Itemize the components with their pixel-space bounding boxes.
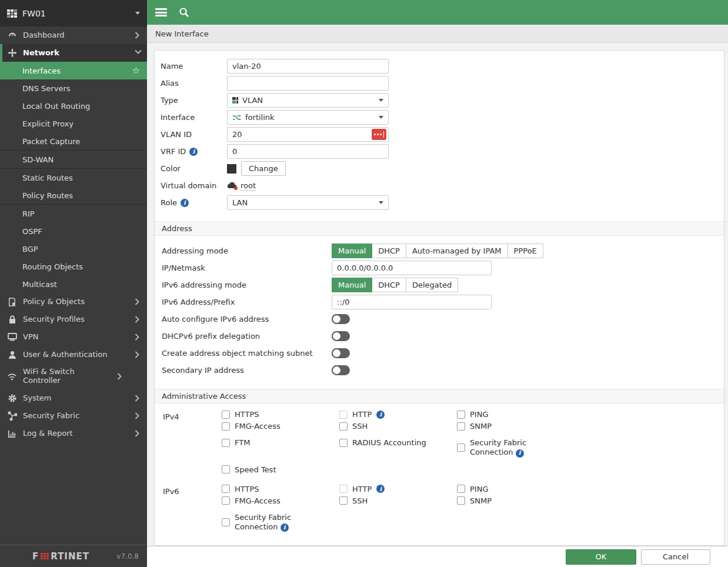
ellipsis-badge-icon <box>372 129 386 140</box>
checkbox-icon[interactable] <box>339 411 348 419</box>
sidebar-item-ospf[interactable]: OSPF <box>0 222 147 240</box>
label-text: Role <box>161 198 177 207</box>
checkbox-icon[interactable] <box>222 411 230 419</box>
create-address-object-toggle[interactable] <box>332 348 350 358</box>
checkbox-http-v6[interactable]: HTTPi <box>339 485 457 493</box>
checkbox-icon[interactable] <box>222 518 230 526</box>
info-icon[interactable]: i <box>280 523 289 532</box>
sidebar-item-dashboard[interactable]: Dashboard <box>0 26 147 44</box>
checkbox-icon[interactable] <box>457 485 465 493</box>
checkbox-ping[interactable]: PING <box>457 410 592 419</box>
checkbox-snmp[interactable]: SNMP <box>457 422 592 431</box>
checkbox-http[interactable]: HTTPi <box>339 410 457 419</box>
checkbox-https-v6[interactable]: HTTPS <box>222 485 339 493</box>
checkbox-fmg-access-v6[interactable]: FMG-Access <box>222 496 339 505</box>
sidebar-item-policy-objects[interactable]: Policy & Objects <box>0 293 147 311</box>
secondary-ip-toggle[interactable] <box>332 365 350 375</box>
segment-ipam[interactable]: Auto-managed by IPAM <box>406 244 508 258</box>
sidebar-item-rip[interactable]: RIP <box>0 205 147 222</box>
sidebar-item-security-profiles[interactable]: Security Profiles <box>0 311 147 328</box>
sidebar-item-dns-servers[interactable]: DNS Servers <box>0 79 147 97</box>
sidebar-item-static-routes[interactable]: Static Routes <box>0 169 147 186</box>
checkbox-https[interactable]: HTTPS <box>222 410 339 419</box>
checkbox-icon[interactable] <box>339 485 348 493</box>
checkbox-snmp-v6[interactable]: SNMP <box>457 496 592 505</box>
segment-ipv6-delegated[interactable]: Delegated <box>406 278 458 292</box>
search-icon[interactable] <box>179 7 189 18</box>
name-input[interactable] <box>227 59 389 74</box>
ip-netmask-input[interactable] <box>332 261 492 275</box>
checkbox-icon[interactable] <box>222 422 230 431</box>
alias-input[interactable] <box>227 76 389 91</box>
checkbox-icon[interactable] <box>457 443 465 452</box>
form-row-name: Name <box>155 58 724 75</box>
vlan-id-input[interactable] <box>227 127 389 142</box>
checkbox-security-fabric-connection[interactable]: Security Fabric Connection i <box>457 433 592 458</box>
sidebar-item-bgp[interactable]: BGP <box>0 240 147 258</box>
cancel-button[interactable]: Cancel <box>641 549 710 565</box>
checkbox-speed-test[interactable]: Speed Test <box>222 461 339 474</box>
info-icon[interactable]: i <box>181 199 189 207</box>
info-icon[interactable]: i <box>516 449 524 458</box>
star-icon[interactable]: ☆ <box>132 65 140 76</box>
interface-select[interactable]: fortilink <box>227 110 389 125</box>
sidebar-item-system[interactable]: System <box>0 389 147 407</box>
auto-configure-ipv6-toggle[interactable] <box>332 314 350 324</box>
checkbox-icon[interactable] <box>222 439 230 447</box>
checkbox-icon[interactable] <box>339 422 348 431</box>
checkbox-ssh-v6[interactable]: SSH <box>339 496 457 505</box>
checkbox-fmg-access[interactable]: FMG-Access <box>222 422 339 431</box>
vrf-id-input[interactable] <box>227 144 389 159</box>
checkbox-icon[interactable] <box>222 485 230 493</box>
sidebar-item-packet-capture[interactable]: Packet Capture <box>0 132 147 150</box>
checkbox-icon[interactable] <box>457 496 465 505</box>
checkbox-icon[interactable] <box>222 496 230 505</box>
checkbox-ping-v6[interactable]: PING <box>457 485 592 493</box>
sidebar-item-sd-wan[interactable]: SD-WAN <box>0 151 147 168</box>
role-select[interactable]: LAN <box>227 195 389 210</box>
cloud-icon <box>227 181 238 190</box>
segment-dhcp[interactable]: DHCP <box>372 244 406 258</box>
info-icon[interactable]: i <box>189 148 198 156</box>
sidebar-item-log-report[interactable]: Log & Report <box>0 425 147 442</box>
checkbox-ssh[interactable]: SSH <box>339 422 457 431</box>
checkbox-icon[interactable] <box>457 411 465 419</box>
dhcpv6-prefix-delegation-toggle[interactable] <box>332 331 350 341</box>
checkbox-icon[interactable] <box>339 439 348 447</box>
sidebar-item-multicast[interactable]: Multicast <box>0 275 147 293</box>
vdom-root-link[interactable]: root <box>241 181 256 191</box>
sidebar-item-wifi-switch-controller[interactable]: WiFi & Switch Controller <box>0 363 147 389</box>
sidebar-item-local-out-routing[interactable]: Local Out Routing <box>0 97 147 115</box>
segment-ipv6-manual[interactable]: Manual <box>332 278 372 292</box>
sidebar-item-explicit-proxy[interactable]: Explicit Proxy <box>0 115 147 132</box>
ipv6-address-label: IPv6 Address/Prefix <box>162 298 332 306</box>
sidebar-item-vpn[interactable]: VPN <box>0 328 147 346</box>
segment-pppoe[interactable]: PPPoE <box>507 244 543 258</box>
checkbox-ftm[interactable]: FTM <box>222 433 339 447</box>
type-select[interactable]: VLAN <box>227 93 389 108</box>
ipv6-address-input[interactable] <box>332 295 492 309</box>
checkbox-security-fabric-connection-v6[interactable]: Security Fabric Connection i <box>222 508 339 532</box>
sidebar-item-interfaces[interactable]: Interfaces ☆ <box>0 62 147 79</box>
segment-manual[interactable]: Manual <box>332 244 372 258</box>
brand-text: RTINET <box>51 551 89 562</box>
checkbox-icon[interactable] <box>339 496 348 505</box>
sidebar-item-network[interactable]: Network <box>0 44 147 62</box>
sidebar-item-policy-routes[interactable]: Policy Routes <box>0 186 147 204</box>
checkbox-radius-accounting[interactable]: RADIUS Accounting <box>339 433 457 447</box>
info-icon[interactable]: i <box>376 411 385 419</box>
ok-button[interactable]: OK <box>566 549 636 565</box>
menu-icon[interactable] <box>155 8 167 16</box>
sidebar-item-user-authentication[interactable]: User & Authentication <box>0 346 147 363</box>
checkbox-label: SNMP <box>470 422 492 431</box>
info-icon[interactable]: i <box>376 485 385 493</box>
checkbox-icon[interactable] <box>222 465 230 473</box>
segment-ipv6-dhcp[interactable]: DHCP <box>372 278 406 292</box>
sidebar-item-routing-objects[interactable]: Routing Objects <box>0 258 147 275</box>
hostname-selector[interactable]: FW01 <box>0 0 147 26</box>
checkbox-label: SSH <box>352 422 368 431</box>
checkbox-icon[interactable] <box>457 422 465 431</box>
sidebar-item-security-fabric[interactable]: Security Fabric <box>0 407 147 425</box>
change-color-button[interactable]: Change <box>241 161 286 176</box>
ipv4-label: IPv4 <box>163 410 222 474</box>
